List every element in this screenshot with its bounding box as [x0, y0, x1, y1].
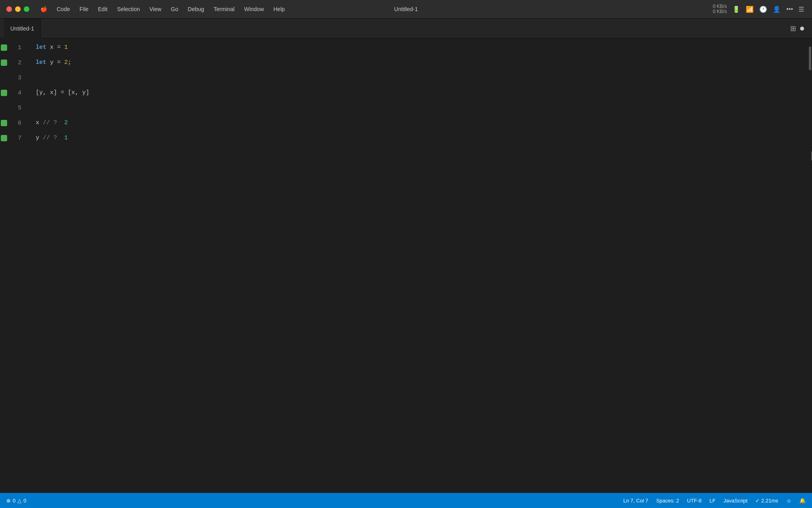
- token-comment-2: // ?: [43, 131, 57, 146]
- titlebar-right-icons: 0 KB/s 0 KB/s 🔋 📶 🕐 👤 ••• ☰: [713, 4, 812, 14]
- dots-icon: •••: [786, 6, 793, 13]
- token-y: y: [46, 55, 57, 70]
- deco-line-6: [0, 115, 8, 131]
- token-semi: ;: [68, 55, 71, 70]
- code-line-1: let x = 1: [36, 40, 806, 55]
- line-num-5: 5: [8, 100, 21, 115]
- menu-edit[interactable]: Edit: [93, 4, 112, 14]
- line-numbers: 1 2 3 4 5 6 7: [8, 38, 28, 493]
- menu-debug[interactable]: Debug: [183, 4, 209, 14]
- deco-line-5: [0, 100, 8, 115]
- token-x4: x: [36, 115, 43, 131]
- menu-view[interactable]: View: [145, 4, 166, 14]
- window-title: Untitled-1: [394, 6, 418, 12]
- line-num-6: 6: [8, 115, 21, 131]
- deco-line-7: [0, 131, 8, 146]
- menu-help[interactable]: Help: [269, 4, 290, 14]
- token-eq-3: =: [61, 85, 64, 100]
- code-line-5: [36, 100, 806, 115]
- line-num-3: 3: [8, 70, 21, 85]
- eol[interactable]: LF: [710, 498, 716, 504]
- encoding[interactable]: UTF-8: [687, 498, 702, 504]
- error-count[interactable]: ⊗ 0 △ 0: [6, 498, 26, 504]
- titlebar: 🍎 Code File Edit Selection View Go Debug…: [0, 0, 812, 19]
- menu-window[interactable]: Window: [239, 4, 269, 14]
- tab-bar-right: ⊞: [790, 24, 812, 33]
- token-bracket-open: [: [36, 85, 39, 100]
- code-line-4: [y, x] = [x, y]: [36, 85, 806, 100]
- token-y3: y: [82, 85, 86, 100]
- code-line-3: [36, 70, 806, 85]
- editor-area: 1 2 3 4 5 6 7 let x = 1 let y = 2; [y, x…: [0, 38, 812, 493]
- split-editor-icon[interactable]: ⊞: [790, 24, 796, 33]
- deco-line-3: [0, 70, 8, 85]
- menu-selection[interactable]: Selection: [112, 4, 145, 14]
- battery-icon: 🔋: [732, 6, 740, 13]
- tab-label: Untitled-1: [10, 25, 34, 32]
- statusbar: ⊗ 0 △ 0 Ln 7, Col 7 Spaces: 2 UTF-8 LF J…: [0, 493, 812, 508]
- token-bracket-close2: ]: [86, 85, 89, 100]
- token-result-1: 2: [57, 115, 68, 131]
- token-result-2: 1: [57, 131, 68, 146]
- code-line-7: y // ? 1: [36, 131, 806, 146]
- code-line-6: x // ? 2: [36, 115, 806, 131]
- token-bracket-open2: [: [64, 85, 71, 100]
- warning-icon: △: [17, 498, 21, 504]
- token-y4: y: [36, 131, 43, 146]
- token-let-2: let: [36, 55, 46, 70]
- bell-icon[interactable]: 🔔: [799, 498, 806, 504]
- token-y2: y: [39, 85, 43, 100]
- maximize-button[interactable]: [24, 6, 29, 12]
- line-num-1: 1: [8, 40, 21, 55]
- token-x3: x: [71, 85, 75, 100]
- user-icon: 👤: [773, 6, 781, 13]
- menu-terminal[interactable]: Terminal: [209, 4, 239, 14]
- status-right: Ln 7, Col 7 Spaces: 2 UTF-8 LF JavaScrip…: [623, 498, 806, 504]
- line-num-2: 2: [8, 55, 21, 70]
- token-x: x: [46, 40, 57, 55]
- token-1: 1: [61, 40, 68, 55]
- unsaved-indicator: [800, 27, 804, 31]
- menu-go[interactable]: Go: [166, 4, 183, 14]
- gutter-decorations: [0, 38, 8, 493]
- token-comment-1: // ?: [43, 115, 57, 131]
- scrollbar-thumb[interactable]: [809, 46, 811, 70]
- deco-line-4: [0, 85, 8, 100]
- line-num-7: 7: [8, 131, 21, 146]
- token-2: 2: [61, 55, 68, 70]
- close-button[interactable]: [6, 6, 12, 12]
- token-comma2: ,: [75, 85, 82, 100]
- cursor-position[interactable]: Ln 7, Col 7: [623, 498, 648, 504]
- error-number: 0: [13, 498, 15, 504]
- list-icon: ☰: [799, 6, 804, 13]
- error-icon: ⊗: [6, 498, 11, 504]
- menu-code[interactable]: Code: [52, 4, 75, 14]
- token-eq-2: =: [57, 55, 61, 70]
- menu-file[interactable]: File: [75, 4, 93, 14]
- indentation[interactable]: Spaces: 2: [656, 498, 679, 504]
- scrollbar[interactable]: [806, 38, 812, 493]
- code-line-2: let y = 2;: [36, 55, 806, 70]
- language-mode[interactable]: JavaScript: [724, 498, 748, 504]
- token-eq-1: =: [57, 40, 61, 55]
- token-bracket-close: ]: [54, 85, 61, 100]
- kb-speed-display: 0 KB/s 0 KB/s: [713, 4, 727, 14]
- wifi-icon: 📶: [746, 6, 754, 13]
- minimize-button[interactable]: [15, 6, 21, 12]
- tab-bar: Untitled-1 ⊞: [0, 19, 812, 38]
- token-x2: x: [50, 85, 54, 100]
- menu-apple[interactable]: 🍎: [36, 4, 52, 14]
- deco-line-2: [0, 55, 8, 70]
- timing: ✓ 2.21ms: [755, 498, 778, 504]
- tab-untitled-1[interactable]: Untitled-1: [4, 19, 41, 38]
- window-controls: [0, 6, 29, 12]
- clock-icon: 🕐: [759, 6, 767, 13]
- menu-bar: 🍎 Code File Edit Selection View Go Debug…: [29, 0, 713, 18]
- token-let-1: let: [36, 40, 46, 55]
- status-left: ⊗ 0 △ 0: [6, 498, 26, 504]
- code-area[interactable]: let x = 1 let y = 2; [y, x] = [x, y] x /…: [28, 38, 806, 493]
- smiley-icon[interactable]: ☺: [786, 498, 791, 504]
- deco-line-1: [0, 40, 8, 55]
- line-num-4: 4: [8, 85, 21, 100]
- warning-number: 0: [23, 498, 26, 504]
